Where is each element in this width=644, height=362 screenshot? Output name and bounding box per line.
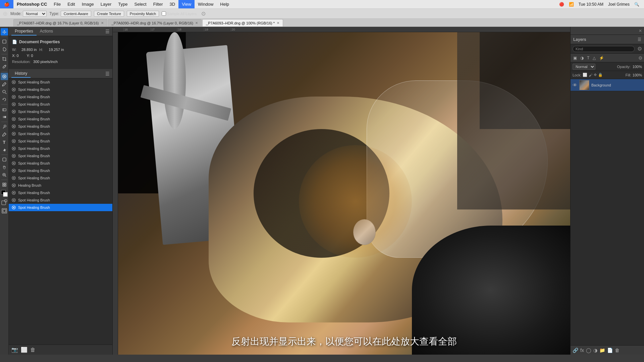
- lock-transparent-btn[interactable]: ⬜: [583, 73, 587, 77]
- shape-filter-btn[interactable]: △: [591, 55, 597, 61]
- file-menu[interactable]: File: [50, 0, 64, 8]
- history-item-18[interactable]: Spot Healing Brush: [9, 204, 112, 211]
- tab-1[interactable]: _P7A6087–HDR.dng @ 16.7% (Layer 0, RGB/1…: [13, 19, 107, 26]
- tab-3-close[interactable]: ✕: [277, 21, 279, 25]
- history-item-14[interactable]: Spot Healing Brush: [9, 174, 112, 182]
- layers-menu-btn[interactable]: ☰: [638, 37, 641, 42]
- crop-tool[interactable]: [1, 55, 8, 63]
- background-layer[interactable]: 👁 Background: [571, 79, 644, 91]
- adjust-filter-btn[interactable]: ◑: [579, 55, 585, 61]
- mode-select[interactable]: Normal Replace Multiply: [23, 11, 47, 17]
- history-item-1[interactable]: Spot Healing Brush: [9, 78, 112, 86]
- 3d-menu[interactable]: 3D: [166, 0, 179, 8]
- type-filter-btn[interactable]: T: [586, 55, 591, 61]
- history-item-10[interactable]: Spot Healing Brush: [9, 145, 112, 152]
- eyedropper-tool[interactable]: [1, 63, 8, 70]
- add-adjustment-btn[interactable]: ◑: [593, 348, 597, 353]
- edit-menu[interactable]: Edit: [64, 0, 78, 8]
- history-item-15[interactable]: Healing Brush: [9, 182, 112, 189]
- history-item-5[interactable]: Spot Healing Brush: [9, 108, 112, 115]
- canvas-area[interactable]: 16 17 18 19 20: [113, 27, 570, 355]
- view-menu[interactable]: View: [178, 0, 195, 8]
- lock-all-btn[interactable]: 🔒: [598, 73, 603, 77]
- lasso-tool[interactable]: [1, 46, 8, 53]
- history-item-7[interactable]: Spot Healing Brush: [9, 123, 112, 130]
- extras-tool[interactable]: [1, 181, 8, 188]
- new-snapshot-btn[interactable]: 📷: [11, 347, 18, 353]
- history-item-16[interactable]: Spot Healing Brush: [9, 189, 112, 196]
- dodge-tool[interactable]: [1, 123, 8, 130]
- select-tool[interactable]: [1, 38, 8, 45]
- history-menu-btn[interactable]: ☰: [105, 71, 110, 76]
- history-item-13[interactable]: Spot Healing Brush: [9, 167, 112, 174]
- delete-history-btn[interactable]: 🗑: [30, 347, 36, 353]
- layer-menu[interactable]: Layer: [97, 0, 115, 8]
- filter-menu[interactable]: Filter: [150, 0, 166, 8]
- proximity-match-btn[interactable]: Proximity Match: [127, 11, 159, 17]
- quick-mask-btn[interactable]: [1, 199, 7, 206]
- clone-tool[interactable]: [1, 88, 8, 96]
- properties-tab[interactable]: Properties: [11, 27, 37, 36]
- actions-tab[interactable]: Actions: [37, 27, 56, 36]
- history-item-8[interactable]: Spot Healing Brush: [9, 130, 112, 137]
- canvas-image[interactable]: 反射出现并显示出来，以便您可以在此处放大查看全部: [118, 32, 570, 355]
- panel-menu-btn[interactable]: ☰: [105, 29, 110, 34]
- collapse-btn[interactable]: ✕: [639, 28, 642, 33]
- history-item-2[interactable]: Spot Healing Brush: [9, 86, 112, 93]
- type-menu[interactable]: Type: [115, 0, 131, 8]
- add-mask-btn[interactable]: ◯: [586, 348, 591, 353]
- history-brush-tool[interactable]: [1, 96, 8, 103]
- create-texture-btn[interactable]: Create Texture: [94, 11, 124, 17]
- foreground-color[interactable]: [1, 190, 8, 197]
- smart-filter-btn[interactable]: ⚡: [598, 55, 605, 61]
- layers-search-icon[interactable]: ⚙: [637, 46, 642, 52]
- move-tool[interactable]: [1, 28, 8, 36]
- fill-value[interactable]: 100%: [633, 73, 642, 77]
- help-menu[interactable]: Help: [217, 0, 232, 8]
- sample-all-input[interactable]: [162, 11, 166, 16]
- link-layers-btn[interactable]: 🔗: [573, 348, 578, 353]
- delete-layer-btn[interactable]: 🗑: [615, 348, 620, 353]
- brush-tool[interactable]: [1, 80, 8, 88]
- history-item-4[interactable]: Spot Healing Brush: [9, 101, 112, 108]
- spot-healing-tool[interactable]: [1, 73, 8, 80]
- history-item-11[interactable]: Spot Healing Brush: [9, 152, 112, 160]
- layer-eye-btn[interactable]: 👁: [573, 82, 577, 88]
- select-menu[interactable]: Select: [131, 0, 150, 8]
- history-item-6[interactable]: Spot Healing Brush: [9, 115, 112, 123]
- app-menu[interactable]: Photoshop CC: [13, 0, 50, 8]
- apple-menu[interactable]: 🍎: [0, 0, 13, 8]
- lock-image-btn[interactable]: 🖌: [589, 73, 592, 77]
- hand-tool[interactable]: [1, 164, 8, 171]
- tab-2-close[interactable]: ✕: [195, 21, 198, 25]
- search-icon[interactable]: 🔍: [633, 2, 641, 7]
- add-style-btn[interactable]: fx: [580, 348, 584, 353]
- history-item-3[interactable]: Spot Healing Brush: [9, 93, 112, 101]
- path-select-tool[interactable]: [1, 146, 8, 154]
- blend-mode-select[interactable]: Normal Multiply Screen: [573, 64, 595, 70]
- text-tool[interactable]: T: [1, 138, 8, 146]
- history-item-17[interactable]: Spot Healing Brush: [9, 196, 112, 204]
- screen-mode-btn[interactable]: [1, 208, 7, 215]
- zoom-tool[interactable]: [1, 171, 8, 179]
- pixel-filter-btn[interactable]: ▣: [572, 55, 578, 61]
- lock-position-btn[interactable]: ✥: [594, 73, 597, 77]
- pen-tool[interactable]: [1, 131, 8, 138]
- layers-options-btn[interactable]: ⚙: [638, 55, 643, 61]
- sample-all-layers-check[interactable]: Sample All Layers: [162, 11, 197, 16]
- new-layer-btn[interactable]: 📄: [607, 348, 613, 353]
- opacity-value[interactable]: 100%: [633, 65, 642, 69]
- eraser-tool[interactable]: [1, 106, 8, 113]
- tab-2[interactable]: _P7A6090–HDR.dng @ 16.7% (Layer 0, RGB/1…: [108, 19, 202, 26]
- gradient-tool[interactable]: [1, 113, 8, 121]
- content-aware-btn[interactable]: Content-Aware: [61, 11, 91, 17]
- photo-canvas[interactable]: 反射出现并显示出来，以便您可以在此处放大查看全部: [118, 32, 570, 355]
- tab-3[interactable]: _P7A6093–HDR.dng @ 100% (RGB/16) * ✕: [202, 19, 283, 26]
- history-item-9[interactable]: Spot Healing Brush: [9, 137, 112, 145]
- tab-1-close[interactable]: ✕: [101, 21, 104, 25]
- history-tab[interactable]: History: [11, 70, 31, 78]
- window-menu[interactable]: Window: [195, 0, 217, 8]
- history-item-12[interactable]: Spot Healing Brush: [9, 160, 112, 167]
- create-document-btn[interactable]: ⬜: [21, 347, 28, 353]
- shape-tool[interactable]: [1, 156, 8, 163]
